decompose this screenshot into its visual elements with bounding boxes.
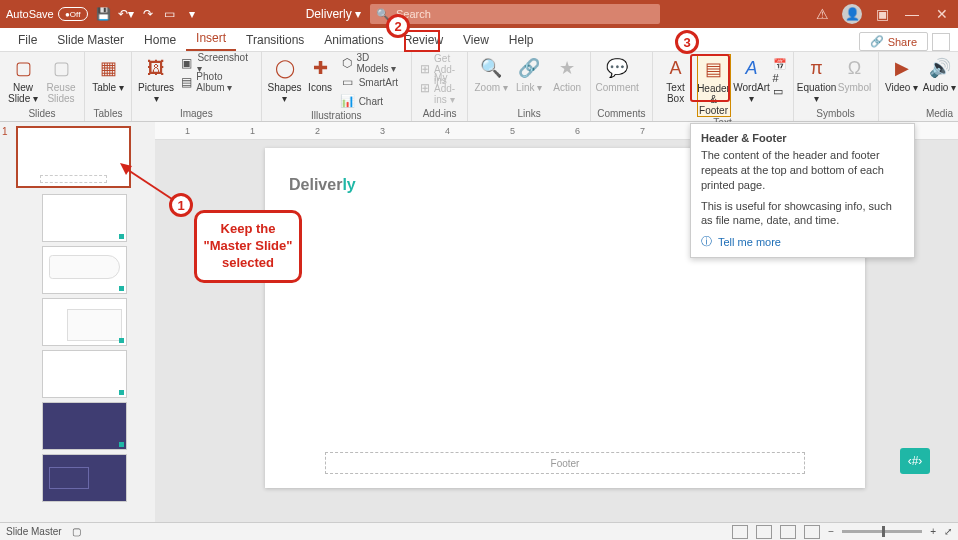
annotation-arrow (120, 163, 178, 203)
thumbnail-pane[interactable]: 1 (0, 122, 135, 522)
group-media: ▶Video ▾ 🔊Audio ▾ ⏺Scr Reco Media (879, 52, 958, 121)
view-slideshow-icon[interactable] (804, 525, 820, 539)
audio-icon: 🔊 (928, 56, 952, 80)
screenshot-button[interactable]: ▣Screenshot ▾ (178, 54, 254, 72)
group-label-comments: Comments (597, 108, 645, 121)
autosave-control[interactable]: AutoSave ● Off (6, 7, 88, 21)
photo-album-button[interactable]: ▤Photo Album ▾ (178, 73, 254, 91)
text-box-icon: A (664, 56, 688, 80)
audio-button[interactable]: 🔊Audio ▾ (923, 54, 957, 93)
svg-line-0 (125, 168, 175, 201)
autosave-label: AutoSave (6, 8, 54, 20)
shapes-icon: ◯ (273, 56, 297, 80)
link-icon: 🔗 (517, 56, 541, 80)
chart-button[interactable]: 📊Chart (339, 92, 405, 110)
title-bar: AutoSave ● Off 💾 ↶▾ ↷ ▭ ▾ Deliverly ▾ 🔍 … (0, 0, 958, 28)
thumbnail-layout[interactable] (42, 246, 127, 294)
user-avatar[interactable]: 👤 (842, 4, 862, 24)
new-slide-button[interactable]: ▢New Slide ▾ (6, 54, 40, 104)
my-addins-icon: ⊞ (420, 81, 430, 95)
help-badge[interactable]: ‹#› (900, 448, 930, 474)
autosave-toggle[interactable]: ● Off (58, 7, 88, 21)
date-time-icon[interactable]: 📅 (773, 58, 787, 71)
annotation-badge-2: 2 (386, 14, 410, 38)
tell-me-more-link[interactable]: ⓘTell me more (701, 234, 904, 249)
footer-placeholder[interactable]: Footer (325, 452, 805, 474)
group-tables: ▦Table ▾ Tables (85, 52, 132, 121)
wordart-button[interactable]: AWordArt ▾ (735, 54, 769, 104)
tab-animations[interactable]: Animations (314, 29, 393, 51)
tab-slide-master[interactable]: Slide Master (47, 29, 134, 51)
thumbnail-layout[interactable] (42, 402, 127, 450)
thumbnail-master[interactable] (16, 126, 131, 188)
get-addins-icon: ⊞ (420, 62, 430, 76)
thumbnail-layout[interactable] (42, 454, 127, 502)
group-label-symbols: Symbols (800, 108, 872, 121)
fit-icon[interactable]: ⤢ (944, 526, 952, 537)
comment-button: 💬Comment (597, 54, 637, 93)
group-label-images: Images (138, 108, 255, 121)
smartart-button[interactable]: ▭SmartArt (339, 73, 405, 91)
reuse-slides-icon: ▢ (49, 56, 73, 80)
pictures-button[interactable]: 🖼Pictures ▾ (138, 54, 174, 104)
text-box-button[interactable]: AText Box (659, 54, 693, 104)
icons-button[interactable]: ✚Icons (306, 54, 335, 93)
view-sorter-icon[interactable] (756, 525, 772, 539)
start-from-beginning-icon[interactable]: ▭ (162, 6, 178, 22)
pictures-icon: 🖼 (144, 56, 168, 80)
header-footer-tooltip: Header & Footer The content of the heade… (690, 123, 915, 258)
tab-help[interactable]: Help (499, 29, 544, 51)
object-icon[interactable]: ▭ (773, 85, 787, 98)
search-box[interactable]: 🔍 Search (370, 4, 660, 24)
titlebar-right: ⚠ 👤 ▣ — ✕ (812, 4, 952, 24)
qat-customize-icon[interactable]: ▾ (184, 6, 200, 22)
zoom-out-icon[interactable]: − (828, 526, 834, 537)
ribbon-display-icon[interactable]: ▣ (872, 4, 892, 24)
comments-collapse-icon[interactable] (932, 33, 950, 51)
screenshot-icon: ▣ (180, 56, 193, 70)
shapes-button[interactable]: ◯Shapes ▾ (268, 54, 302, 104)
view-normal-icon[interactable] (732, 525, 748, 539)
slide-number-icon[interactable]: # (773, 72, 787, 84)
table-button[interactable]: ▦Table ▾ (91, 54, 125, 93)
zoom-slider[interactable] (842, 530, 922, 533)
tab-file[interactable]: File (8, 29, 47, 51)
annotation-badge-3: 3 (675, 30, 699, 54)
equation-button[interactable]: πEquation ▾ (800, 54, 834, 104)
save-icon[interactable]: 💾 (96, 6, 112, 22)
undo-icon[interactable]: ↶▾ (118, 6, 134, 22)
zoom-in-icon[interactable]: + (930, 526, 936, 537)
view-reading-icon[interactable] (780, 525, 796, 539)
group-label-tables: Tables (91, 108, 125, 121)
tab-home[interactable]: Home (134, 29, 186, 51)
share-button[interactable]: 🔗 Share (859, 32, 928, 51)
table-icon: ▦ (96, 56, 120, 80)
group-label-links: Links (474, 108, 584, 121)
status-bar: Slide Master ▢ − + ⤢ (0, 522, 958, 540)
group-images: 🖼Pictures ▾ ▣Screenshot ▾ ▤Photo Album ▾… (132, 52, 262, 121)
symbol-icon: Ω (843, 56, 867, 80)
equation-icon: π (805, 56, 829, 80)
minimize-icon[interactable]: — (902, 4, 922, 24)
document-title[interactable]: Deliverly ▾ (306, 7, 361, 21)
thumbnail-layout[interactable] (42, 194, 127, 242)
group-label-slides: Slides (6, 108, 78, 121)
chart-icon: 📊 (341, 94, 355, 108)
warning-icon[interactable]: ⚠ (812, 4, 832, 24)
3d-models-button[interactable]: ⬡3D Models ▾ (339, 54, 405, 72)
redo-icon[interactable]: ↷ (140, 6, 156, 22)
tab-view[interactable]: View (453, 29, 499, 51)
notes-icon[interactable]: ▢ (72, 526, 81, 537)
group-label-addins: Add-ins (418, 108, 461, 121)
thumbnail-layout[interactable] (42, 298, 127, 346)
action-icon: ★ (555, 56, 579, 80)
close-icon[interactable]: ✕ (932, 4, 952, 24)
annotation-highlight-headerfooter (690, 54, 730, 102)
ribbon-tabs: File Slide Master Home Insert Transition… (0, 28, 958, 52)
wordart-icon: A (740, 56, 764, 80)
video-button[interactable]: ▶Video ▾ (885, 54, 919, 93)
tab-insert[interactable]: Insert (186, 27, 236, 51)
tab-transitions[interactable]: Transitions (236, 29, 314, 51)
tooltip-title: Header & Footer (701, 132, 904, 144)
thumbnail-layout[interactable] (42, 350, 127, 398)
